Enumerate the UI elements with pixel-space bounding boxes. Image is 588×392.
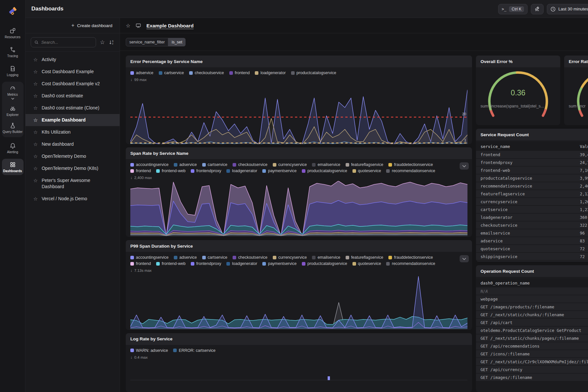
legend-item[interactable]: frontend [130,169,151,173]
table-row[interactable]: checkoutservice322 [476,221,588,229]
star-icon[interactable]: ☆ [33,93,38,99]
legend-item[interactable]: adservice [174,162,197,167]
dashboard-list-item[interactable]: ☆Dash0 cost estimate [25,90,120,102]
star-icon[interactable]: ☆ [33,57,38,63]
legend-item[interactable]: paymentservice [262,261,297,266]
star-icon[interactable]: ☆ [33,69,38,75]
dashboard-list-item[interactable]: ☆Vercel / Node.js Demo [25,193,120,205]
table-row[interactable]: webpage [476,295,588,303]
table-row[interactable]: featureflagservice2,12 [476,190,588,198]
filter-key-chip[interactable]: service_name_filter [126,38,168,46]
legend-item[interactable]: featureflagservice [346,162,384,167]
time-range-button[interactable]: Last 30 minutes [547,4,588,14]
sidebar-item-alerting[interactable]: Alerting [2,140,24,156]
legend-item[interactable]: checkoutservice [189,71,224,75]
legend-item[interactable]: checkoutservice [233,162,268,167]
overall-error-gauge[interactable]: 0.36 [481,69,556,121]
create-dashboard-button[interactable]: + Create dashboard [72,23,112,28]
dashboard-list-item[interactable]: ☆Peter's Super Awesome Dashboard [25,174,120,193]
legend-item[interactable]: frontendproxy [191,261,221,266]
legend-item[interactable]: recommendationservice [386,169,435,173]
table-row[interactable]: GET /api/recommendations [476,342,588,350]
star-icon[interactable]: ☆ [33,117,38,123]
table-row[interactable]: GET /_next/static/CJr9clXO0WXMduPmIjdez/… [476,358,588,366]
table-row[interactable]: N/A [476,287,588,295]
legend-item[interactable]: currencyservice [273,255,307,260]
legend-item[interactable]: frontend [130,261,151,266]
dashboard-list-item[interactable]: ☆Dash0 cost estimate (Clone) [25,102,120,114]
star-icon[interactable]: ☆ [33,153,38,159]
sidebar-item-explorer[interactable]: Explorer [2,103,24,119]
legend-item[interactable]: productcatalogservice [302,169,347,173]
table-row[interactable]: frontend-web7,10 [476,167,588,174]
table-row[interactable]: oteldemo.ProductCatalogService GetProduc… [476,327,588,335]
p99-duration-chart[interactable]: 14:18:1014:21:4014:25:1014:28:4014:32:10… [130,274,467,330]
sidebar-item-logging[interactable]: Logging [2,63,24,79]
favorite-star-icon[interactable]: ☆ [126,23,130,29]
table-row[interactable]: frontendproxy24,7 [476,159,588,167]
table-row[interactable]: recommendationservice2,46 [476,182,588,190]
dashboard-list-item[interactable]: ☆New dashboard [25,138,120,150]
command-palette-button[interactable]: >_ Ctrl K [498,4,528,14]
dashboard-title-link[interactable]: Example Dashboard [146,23,193,28]
dashboard-list-item[interactable]: ☆OpenTelemetry Demo (K8s) [25,162,120,174]
legend-item[interactable]: recommendationservice [386,261,435,266]
legend-item[interactable]: quoteservice [352,169,381,173]
star-icon[interactable]: ☆ [33,196,38,202]
table-row[interactable]: currencyservice1,26 [476,198,588,206]
star-icon[interactable]: ☆ [33,141,38,147]
table-row[interactable]: GET /_next/static/chunks/pages/:filename [476,335,588,342]
legend-item[interactable]: featureflagservice [346,255,384,260]
legend-item[interactable]: productcatalogservice [302,261,347,266]
legend-item[interactable]: frontend-web [156,169,186,173]
legend-item[interactable]: frontend-web [156,261,186,266]
table-row[interactable]: frontend39,4 [476,151,588,159]
table-row[interactable]: GET /images/:filename [476,374,588,382]
legend-item[interactable]: frauddetectionservice [388,162,433,167]
legend-item[interactable]: frontend [229,71,250,75]
legend-item[interactable]: checkoutservice [233,255,268,260]
legend-collapse-button[interactable] [460,255,469,262]
dashboard-list-item[interactable]: ☆Cost Dashboard Example v2 [25,78,120,90]
table-row[interactable]: adservice83 [476,237,588,245]
legend-item[interactable]: paymentservice [262,169,297,173]
legend-item[interactable]: WARN: adservice [130,348,168,353]
table-row[interactable]: emailservice96 [476,229,588,237]
table-row[interactable]: GET /icons/:filename [476,350,588,358]
legend-item[interactable]: adservice [174,255,197,260]
star-icon[interactable]: ☆ [33,165,38,172]
legend-item[interactable]: cartservice [159,71,184,75]
span-rate-chart[interactable]: 14:18:1014:21:4014:25:1014:28:4014:32:10… [130,181,467,237]
table-row[interactable]: shippingservice72 [476,253,588,261]
star-icon[interactable]: ☆ [33,129,38,135]
legend-collapse-button[interactable] [460,162,469,170]
sidebar-item-resources[interactable]: Resources [2,25,24,41]
table-row[interactable]: GET /api/cart [476,319,588,327]
dashboard-list-item[interactable]: ☆Cost Dashboard Example [25,66,120,78]
legend-item[interactable]: loadgenerator [226,261,257,266]
legend-item[interactable]: frauddetectionservice [388,255,433,260]
legend-item[interactable]: ERROR: cartservice [173,348,216,353]
dashboard-list-item[interactable]: ☆Activity [25,54,120,66]
table-row[interactable]: loadgenerator360 [476,214,588,221]
legend-item[interactable]: cartservice [202,255,227,260]
table-row[interactable]: GET /_next/static/chunks/:filename [476,311,588,319]
sidebar-item-query-builder[interactable]: Query Builder [2,120,24,136]
legend-item[interactable]: productcatalogservice [291,71,336,75]
legend-item[interactable]: frontendproxy [191,169,221,173]
table-row[interactable]: paymentservice72 [476,261,588,262]
legend-item[interactable]: accountingservice [130,162,169,167]
star-icon[interactable]: ☆ [33,177,38,184]
table-row[interactable]: GET /images/products/:filename [476,303,588,311]
log-rate-chart[interactable] [130,361,467,380]
sort-button[interactable]: A Z [109,40,114,45]
star-icon[interactable]: ☆ [33,81,38,87]
legend-item[interactable]: adservice [130,71,154,75]
star-icon[interactable]: ☆ [33,105,38,111]
table-row[interactable]: GET /api/currency [476,366,588,374]
sidebar-item-dashboards[interactable]: Dashboards [2,159,24,175]
legend-item[interactable]: currencyservice [273,162,307,167]
telescope-button[interactable] [531,4,544,14]
table-row[interactable]: productcatalogservice3,99 [476,174,588,182]
legend-item[interactable]: emailservice [312,162,340,167]
